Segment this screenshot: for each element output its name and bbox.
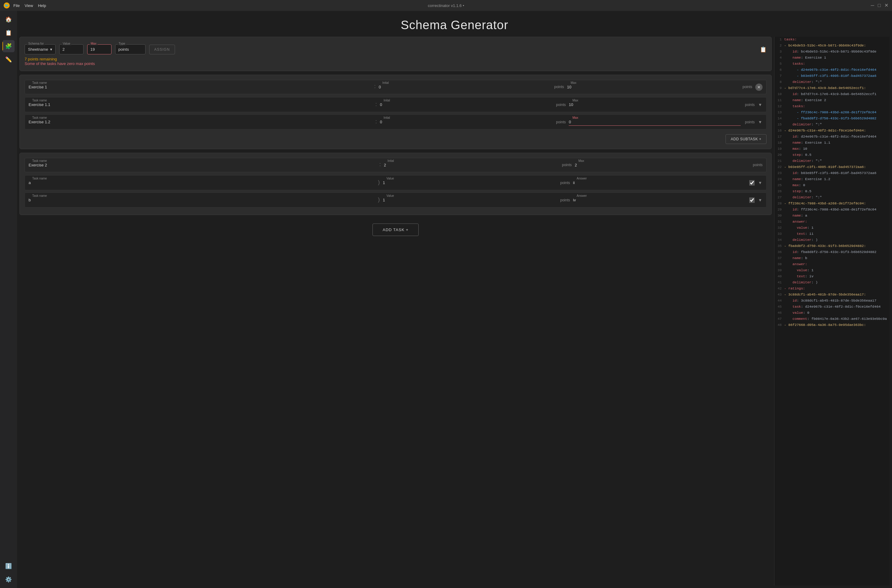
task2-subtask1-value-field: Value — [383, 179, 556, 186]
task1-subtask2-initial-input[interactable] — [380, 118, 552, 125]
task2-subtask1-expand-button[interactable]: ▾ — [758, 178, 763, 187]
yaml-line-number: 7 — [775, 73, 784, 79]
yaml-line-number: 5 — [775, 61, 784, 67]
yaml-line-content: - fba8d8f2-d750-433c-91f3-b6b6529d4882: — [784, 243, 887, 249]
sidebar-icon-settings[interactable]: ⚙️ — [2, 573, 15, 586]
sidebar-icon-home[interactable]: 🏠 — [2, 14, 15, 26]
yaml-line-content: - fba8d8f2-d750-433c-91f3-b6b6529d4882 — [784, 116, 887, 122]
task1-name-input[interactable] — [29, 84, 371, 90]
task2-max-input[interactable] — [575, 162, 749, 169]
yaml-line-content: name: Exercise 1.1 — [784, 140, 887, 146]
task2-name-input[interactable] — [29, 162, 376, 169]
yaml-line-number: 30 — [775, 213, 784, 219]
task2-subtask1-row: Task name ) Value points Answer — [25, 175, 766, 190]
task2-subtask1-value-input[interactable] — [383, 179, 556, 186]
type-input[interactable] — [115, 44, 146, 54]
task1-max-input[interactable] — [567, 84, 738, 90]
task1-name-field: Task name — [29, 84, 371, 90]
clipboard-icon[interactable]: 📋 — [760, 46, 766, 53]
task2-subtask2-name-input[interactable] — [29, 196, 375, 204]
task1-subtask2-name-input[interactable] — [29, 118, 372, 125]
max-input[interactable] — [87, 44, 111, 54]
task2-subtask1-name-input[interactable] — [29, 179, 375, 186]
yaml-line-content: step: 0.5 — [784, 152, 887, 158]
task1-subtask2-row: Task name : Inital points Max — [25, 114, 766, 129]
yaml-line-content: value: 1 — [784, 225, 887, 231]
task1-subtask1-expand-button[interactable]: ▾ — [758, 100, 763, 109]
task2-subtask2-name-label: Task name — [31, 194, 48, 197]
yaml-line: 31 answer: — [775, 219, 890, 225]
task1-add-subtask-area: ADD SUBTASK + — [25, 132, 766, 144]
task2-subtask2-answer-input[interactable] — [573, 196, 746, 204]
yaml-line-content: - bc4bde53-51bc-45c9-b871-9bb69c43f9de: — [784, 43, 887, 49]
yaml-line-number: 2 — [775, 43, 784, 49]
maximize-button[interactable]: □ — [878, 3, 881, 8]
menu-view[interactable]: View — [25, 3, 33, 8]
yaml-line-number: 34 — [775, 237, 784, 243]
task1-subtask1-initial-label: Inital — [382, 99, 391, 102]
sidebar-icon-schema[interactable]: 🧩 — [2, 40, 15, 52]
assign-button[interactable]: ASSIGN — [149, 45, 175, 54]
task2-subtask2-value-input[interactable] — [383, 196, 556, 204]
task1-subtask2-max-label: Max — [571, 116, 580, 119]
task1-separator: : — [374, 83, 375, 91]
task1-add-subtask-button[interactable]: ADD SUBTASK + — [725, 134, 766, 144]
task2-separator: : — [379, 161, 381, 169]
sidebar-icon-edit[interactable]: ✏️ — [2, 54, 15, 66]
yaml-line-number: 40 — [775, 274, 784, 280]
sidebar: 🏠 📋 🧩 ✏️ ℹ️ ⚙️ — [0, 11, 17, 588]
task2-initial-input[interactable] — [384, 162, 557, 169]
yaml-line: 41 delimiter: ) — [775, 280, 890, 286]
task2-subtask2-checkbox[interactable] — [749, 197, 755, 203]
yaml-line-content: answer: — [784, 261, 887, 268]
yaml-line-content: tasks: — [784, 104, 887, 110]
yaml-line-number: 38 — [775, 261, 784, 268]
yaml-line: 21 delimiter: ":" — [775, 158, 890, 164]
task2-subtask2-sep: ) — [378, 196, 380, 204]
yaml-line-content: max: 0 — [784, 183, 887, 189]
yaml-line-number: 13 — [775, 110, 784, 116]
menu-help[interactable]: Help — [38, 3, 46, 8]
yaml-line-number: 23 — [775, 170, 784, 177]
sidebar-icon-sheets[interactable]: 📋 — [2, 27, 15, 39]
task2-subtask2-expand-button[interactable]: ▾ — [758, 196, 763, 204]
minimize-button[interactable]: ─ — [871, 3, 874, 8]
task2-subtask1-value-label: Value — [385, 177, 395, 180]
sidebar-icon-info[interactable]: ℹ️ — [2, 560, 15, 572]
yaml-line-number: 35 — [775, 243, 784, 249]
yaml-line-number: 19 — [775, 146, 784, 152]
yaml-line-content: name: Exercise 1 — [784, 55, 887, 61]
task1-subtask1-name-input[interactable] — [29, 101, 372, 108]
task2-subtask1-answer-input[interactable] — [573, 179, 746, 186]
yaml-line-content: value: 0 — [784, 310, 887, 316]
task2-subtask1-value-unit: points — [560, 181, 570, 187]
yaml-line-number: 42 — [775, 286, 784, 292]
task2-subtask1-checkbox[interactable] — [749, 180, 755, 186]
task1-subtask2-separator: : — [375, 118, 377, 126]
yaml-line-content: - b03e85ff-c3f1-4005-810f-bad457372aa6 — [784, 73, 887, 79]
yaml-line-content: - 86f27668-d05a-4a36-8a75-0e95dae363bc: — [784, 322, 887, 328]
value-input[interactable] — [59, 44, 84, 54]
task1-subtask2-name-field: Task name — [29, 118, 372, 125]
menu-file[interactable]: File — [14, 3, 20, 8]
task1-subtask1-max-input[interactable] — [569, 101, 741, 108]
yaml-line-number: 1 — [775, 37, 784, 43]
task1-close-button[interactable]: ✕ — [755, 84, 763, 91]
yaml-line-number: 25 — [775, 183, 784, 189]
task1-initial-input[interactable] — [378, 84, 550, 90]
yaml-line-content: name: a — [784, 213, 887, 219]
task2-card: Task name : Inital points Max — [20, 153, 772, 215]
close-button[interactable]: ✕ — [884, 3, 888, 8]
yaml-line: 13 - ff236c4c-7988-43bd-a268-de1f72ef8c0… — [775, 110, 890, 116]
yaml-line: 8 delimiter: ":" — [775, 79, 890, 86]
yaml-line-number: 47 — [775, 316, 784, 322]
task1-max-label: Max — [569, 81, 578, 84]
task1-subtask2-expand-button[interactable]: ▾ — [758, 118, 763, 126]
task1-subtask2-max-input[interactable] — [569, 118, 741, 126]
yaml-line-number: 26 — [775, 189, 784, 195]
yaml-line: 25 max: 0 — [775, 183, 890, 189]
task1-subtask1-initial-input[interactable] — [380, 101, 552, 108]
yaml-line: 15 delimiter: ":" — [775, 122, 890, 128]
add-task-button[interactable]: ADD TASK + — [372, 224, 418, 236]
schema-for-select[interactable]: Sheetname ▾ — [25, 44, 56, 54]
